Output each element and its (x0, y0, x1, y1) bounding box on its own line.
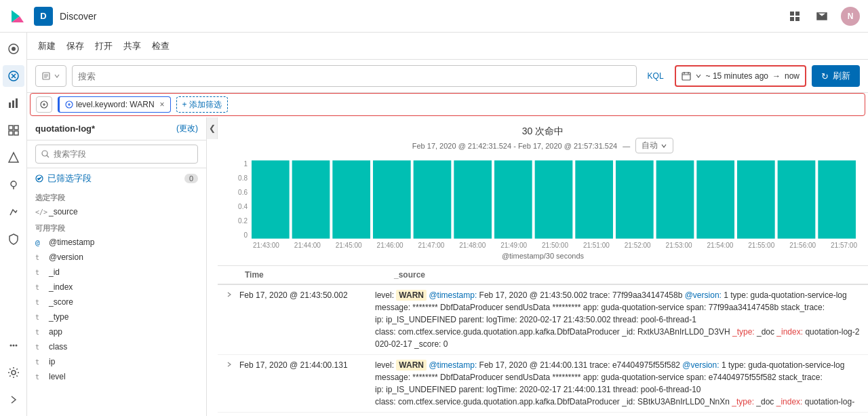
log-2-key-stack: stack_trace: (778, 373, 823, 382)
expand-col-header (226, 270, 245, 280)
svg-rect-0 (790, 12, 794, 16)
nav-ml[interactable] (3, 201, 24, 223)
refresh-button[interactable]: ↻ 刷新 (812, 65, 860, 87)
log-key-docindex: _index: (776, 327, 803, 337)
x-axis-labels: 21:43:00 21:44:00 21:45:00 21:46:00 21:4… (229, 240, 857, 250)
log-key-app: app: guda-quotation-service (583, 303, 686, 312)
field-search-box[interactable] (35, 145, 198, 164)
app-icon: D (34, 7, 53, 26)
kql-button[interactable]: KQL (642, 71, 669, 81)
log-2-key-ts: @timestamp: (429, 360, 477, 370)
nav-canvas[interactable] (3, 147, 24, 168)
time-picker[interactable]: ~ 15 minutes ago → now (675, 65, 806, 87)
svg-point-19 (12, 371, 16, 375)
sidebar-collapse-button[interactable]: ❮ (207, 117, 218, 139)
svg-rect-33 (535, 160, 573, 238)
left-navigation (0, 33, 27, 416)
table-row-expand-area[interactable]: Feb 17, 2020 @ 21:43:50.002 level: WARN … (218, 285, 868, 354)
row-2-expand-icon[interactable] (226, 359, 239, 370)
field-type-app: t (35, 328, 45, 336)
field-level[interactable]: t level (27, 369, 206, 384)
field-type-level: t (35, 373, 45, 381)
add-filter-button[interactable]: + 添加筛选 (176, 96, 228, 113)
field-ip[interactable]: t ip (27, 354, 206, 369)
field-timestamp[interactable]: @ @timestamp (27, 235, 206, 250)
log-2-key-thread: thread: pool-6-thread-10 (613, 385, 701, 394)
field-type-class: t (35, 343, 45, 351)
log-2-key-logtime: logTime: 2020-02-17 21:44:00.131 (486, 385, 613, 394)
log-2-key-type: type: guda-quotation-service-log (728, 360, 844, 370)
svg-rect-11 (9, 126, 13, 130)
field-search-input[interactable] (54, 149, 192, 159)
filter-tag-warn[interactable]: level.keyword: WARN × (58, 96, 171, 113)
nav-visualize[interactable] (3, 92, 24, 114)
top-bar: D Discover N (0, 0, 868, 33)
log-key-level: level: (375, 290, 396, 300)
nav-expand[interactable] (3, 389, 24, 411)
save-button[interactable]: 保存 (66, 40, 84, 52)
svg-point-18 (15, 345, 17, 347)
selected-fields-toggle[interactable]: 已筛选字段 0 (27, 168, 206, 189)
field-class[interactable]: t class (27, 339, 206, 354)
nav-maps[interactable] (3, 174, 24, 195)
field-index[interactable]: t _index (27, 280, 206, 295)
change-index-button[interactable]: (更改) (176, 123, 198, 134)
row-1-source: level: WARN @timestamp: Feb 17, 2020 @ 2… (375, 289, 860, 350)
mail-icon[interactable] (814, 8, 830, 24)
filter-tag-text: level.keyword: WARN (76, 100, 155, 109)
field-type-field[interactable]: t _type (27, 309, 206, 324)
time-range-text: ~ 15 minutes ago (706, 71, 768, 81)
row-expand-icon[interactable] (226, 289, 239, 300)
selected-fields-label: 已筛选字段 (35, 172, 92, 185)
filter-options-button[interactable] (36, 96, 52, 113)
row-1-time: Feb 17, 2020 @ 21:43:50.002 (239, 289, 375, 300)
nav-home[interactable] (3, 38, 24, 60)
svg-rect-10 (16, 98, 18, 108)
grid-icon[interactable] (787, 8, 803, 24)
field-version[interactable]: t @version (27, 250, 206, 265)
log-key-stack: stack_trace: (781, 303, 825, 312)
nav-discover[interactable] (3, 65, 24, 87)
field-type-score: t (35, 299, 45, 306)
share-button[interactable]: 共享 (123, 40, 141, 52)
refresh-icon: ↻ (821, 71, 829, 81)
auto-select-dropdown[interactable]: 自动 (635, 138, 673, 153)
field-search-icon (41, 150, 50, 158)
table-row-2-expand-area[interactable]: Feb 17, 2020 @ 21:44:00.131 level: WARN … (218, 355, 868, 412)
log-2-key-level: level: (375, 360, 396, 370)
svg-point-16 (9, 345, 12, 347)
nav-settings[interactable] (3, 362, 24, 383)
log-key-msg: message: ******** DbfDataProducer sendUs… (375, 303, 583, 312)
open-button[interactable]: 打开 (95, 40, 113, 52)
nav-dashboard[interactable] (3, 119, 24, 141)
search-input[interactable] (78, 71, 631, 81)
selected-section-title: 选定字段 (27, 189, 206, 204)
field-type-timestamp: @ (35, 238, 45, 247)
filter-remove-button[interactable]: × (160, 100, 165, 109)
log-value-warn-1: WARN (396, 290, 427, 301)
user-avatar[interactable]: N (841, 7, 860, 26)
search-box[interactable] (72, 65, 637, 87)
chevron-down-icon (54, 73, 60, 79)
log-2-value-warn: WARN (396, 360, 427, 371)
log-key-ip: ip: ip_IS_UNDEFINED (375, 315, 458, 324)
nav-security[interactable] (3, 228, 24, 250)
field-app[interactable]: t app (27, 324, 206, 339)
table-header-row: Time _source (218, 266, 868, 285)
field-score[interactable]: t _score (27, 295, 206, 309)
svg-rect-36 (656, 160, 694, 238)
field-id[interactable]: t _id (27, 265, 206, 280)
log-2-key-msg: message: ******** DbfDataProducer sendUs… (375, 373, 583, 382)
row-2-source: level: WARN @timestamp: Feb 17, 2020 @ 2… (375, 359, 860, 408)
log-key-parent: parent: (458, 315, 486, 324)
nav-more[interactable] (3, 335, 24, 356)
svg-rect-12 (14, 126, 18, 130)
svg-rect-35 (616, 160, 654, 238)
app-title: Discover (60, 11, 780, 22)
histogram-area: 30 次命中 Feb 17, 2020 @ 21:42:31.524 - Feb… (218, 117, 868, 266)
selected-field-source[interactable]: </> _source (27, 204, 206, 219)
new-button[interactable]: 新建 (38, 40, 56, 52)
log-key-type: type: guda-quotation-service-log (730, 290, 846, 300)
hit-count-title: 30 次命中 (229, 126, 857, 138)
inspect-button[interactable]: 检查 (152, 40, 170, 52)
